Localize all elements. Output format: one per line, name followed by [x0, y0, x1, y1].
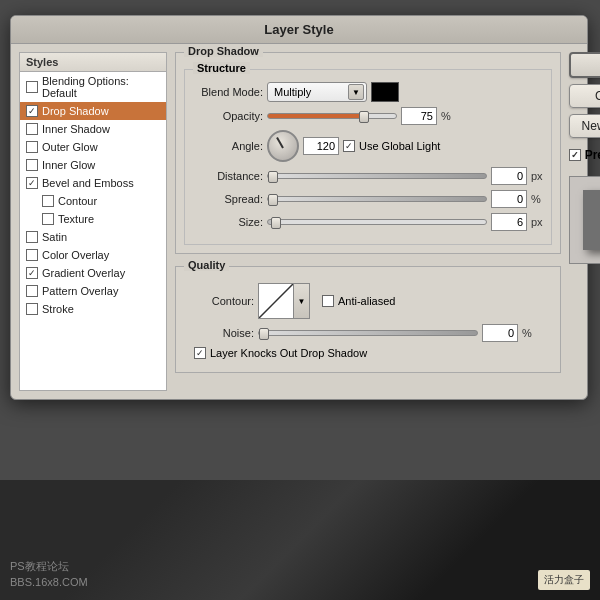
layer-knocks-out-checkbox[interactable]: [194, 347, 206, 359]
spread-input[interactable]: [491, 190, 527, 208]
contour-dropdown-btn[interactable]: ▼: [294, 283, 310, 319]
checkbox-pattern-overlay[interactable]: [26, 285, 38, 297]
blend-mode-color[interactable]: [371, 82, 399, 102]
blend-mode-arrow[interactable]: ▼: [348, 84, 364, 100]
spread-thumb[interactable]: [268, 194, 278, 206]
checkbox-contour[interactable]: [42, 195, 54, 207]
style-item-texture[interactable]: Texture: [20, 210, 166, 228]
watermark: PS教程论坛 BBS.16x8.COM: [10, 559, 88, 590]
angle-dial[interactable]: [267, 130, 299, 162]
opacity-row: Opacity: %: [193, 107, 543, 125]
size-slider-container: [267, 219, 487, 225]
preview-label: Preview: [585, 148, 600, 162]
spread-row: Spread: %: [193, 190, 543, 208]
dial-indicator: [276, 137, 284, 148]
checkbox-drop-shadow[interactable]: [26, 105, 38, 117]
blend-mode-label: Blend Mode:: [193, 86, 263, 98]
opacity-slider[interactable]: [267, 113, 397, 119]
style-item-contour[interactable]: Contour: [20, 192, 166, 210]
contour-label: Contour:: [184, 295, 254, 307]
distance-row: Distance: px: [193, 167, 543, 185]
preview-checkbox[interactable]: [569, 149, 581, 161]
global-light-checkbox[interactable]: [343, 140, 355, 152]
distance-slider-container: [267, 173, 487, 179]
blend-mode-row: Blend Mode: Multiply ▼: [193, 82, 543, 102]
angle-row: Angle: Use Global Light: [193, 130, 543, 162]
checkbox-inner-glow[interactable]: [26, 159, 38, 171]
checkbox-inner-shadow[interactable]: [26, 123, 38, 135]
blend-mode-select[interactable]: Multiply ▼: [267, 82, 367, 102]
style-item-color-overlay[interactable]: Color Overlay: [20, 246, 166, 264]
size-input[interactable]: [491, 213, 527, 231]
distance-slider[interactable]: [267, 173, 487, 179]
noise-slider[interactable]: [258, 330, 478, 336]
layer-knocks-out-checkbox-label[interactable]: Layer Knocks Out Drop Shadow: [194, 347, 367, 359]
checkbox-texture[interactable]: [42, 213, 54, 225]
distance-label: Distance:: [193, 170, 263, 182]
size-row: Size: px: [193, 213, 543, 231]
layer-knocks-out-label: Layer Knocks Out Drop Shadow: [210, 347, 367, 359]
style-item-blending-options[interactable]: Blending Options: Default: [20, 72, 166, 102]
style-item-outer-glow[interactable]: Outer Glow: [20, 138, 166, 156]
anti-aliased-checkbox-label[interactable]: Anti-aliased: [322, 295, 395, 307]
opacity-input[interactable]: [401, 107, 437, 125]
checkbox-outer-glow[interactable]: [26, 141, 38, 153]
structure-title: Structure: [193, 62, 250, 74]
opacity-slider-container: [267, 113, 397, 119]
anti-aliased-checkbox[interactable]: [322, 295, 334, 307]
contour-preview[interactable]: [258, 283, 294, 319]
logo-badge: 活力盒子: [538, 570, 590, 590]
size-thumb[interactable]: [271, 217, 281, 229]
style-item-bevel-emboss[interactable]: Bevel and Emboss: [20, 174, 166, 192]
noise-input[interactable]: [482, 324, 518, 342]
preview-inner: [583, 190, 600, 250]
checkbox-blending-options[interactable]: [26, 81, 38, 93]
preview-box: [569, 176, 600, 264]
checkbox-color-overlay[interactable]: [26, 249, 38, 261]
style-item-pattern-overlay[interactable]: Pattern Overlay: [20, 282, 166, 300]
main-content: Drop Shadow Structure Blend Mode: Multip…: [175, 52, 561, 391]
distance-thumb[interactable]: [268, 171, 278, 183]
quality-title: Quality: [184, 259, 229, 271]
checkbox-stroke[interactable]: [26, 303, 38, 315]
noise-unit: %: [522, 327, 532, 339]
style-item-inner-glow[interactable]: Inner Glow: [20, 156, 166, 174]
opacity-unit: %: [441, 110, 451, 122]
layer-knocks-out-row: Layer Knocks Out Drop Shadow: [184, 347, 552, 359]
spread-slider[interactable]: [267, 196, 487, 202]
angle-input[interactable]: [303, 137, 339, 155]
structure-section: Structure Blend Mode: Multiply ▼ Opacity…: [184, 69, 552, 245]
ok-button[interactable]: OK: [569, 52, 600, 78]
opacity-thumb[interactable]: [359, 111, 369, 123]
distance-input[interactable]: [491, 167, 527, 185]
preview-label-row: Preview: [569, 148, 600, 162]
size-unit: px: [531, 216, 543, 228]
drop-shadow-section: Drop Shadow Structure Blend Mode: Multip…: [175, 52, 561, 254]
style-item-satin[interactable]: Satin: [20, 228, 166, 246]
right-buttons-panel: OK Cancel New Style... Preview: [569, 52, 600, 391]
background-texture: [0, 480, 600, 600]
style-item-stroke[interactable]: Stroke: [20, 300, 166, 318]
quality-section: Quality Contour: ▼ Anti-alia: [175, 266, 561, 373]
style-item-drop-shadow[interactable]: Drop Shadow: [20, 102, 166, 120]
checkbox-bevel-emboss[interactable]: [26, 177, 38, 189]
new-style-button[interactable]: New Style...: [569, 114, 600, 138]
drop-shadow-title: Drop Shadow: [184, 45, 263, 57]
checkbox-satin[interactable]: [26, 231, 38, 243]
distance-unit: px: [531, 170, 543, 182]
styles-panel-header: Styles: [19, 52, 167, 71]
anti-aliased-label: Anti-aliased: [338, 295, 395, 307]
size-slider[interactable]: [267, 219, 487, 225]
global-light-checkbox-label[interactable]: Use Global Light: [343, 140, 440, 152]
cancel-button[interactable]: Cancel: [569, 84, 600, 108]
checkbox-gradient-overlay[interactable]: [26, 267, 38, 279]
noise-thumb[interactable]: [259, 328, 269, 340]
dialog-title: Layer Style: [11, 16, 587, 44]
styles-panel: Styles Blending Options: Default Drop Sh…: [19, 52, 167, 391]
style-item-inner-shadow[interactable]: Inner Shadow: [20, 120, 166, 138]
opacity-label: Opacity:: [193, 110, 263, 122]
layer-style-dialog: Layer Style Styles Blending Options: Def…: [10, 15, 588, 400]
styles-list: Blending Options: Default Drop Shadow In…: [19, 71, 167, 391]
spread-label: Spread:: [193, 193, 263, 205]
style-item-gradient-overlay[interactable]: Gradient Overlay: [20, 264, 166, 282]
